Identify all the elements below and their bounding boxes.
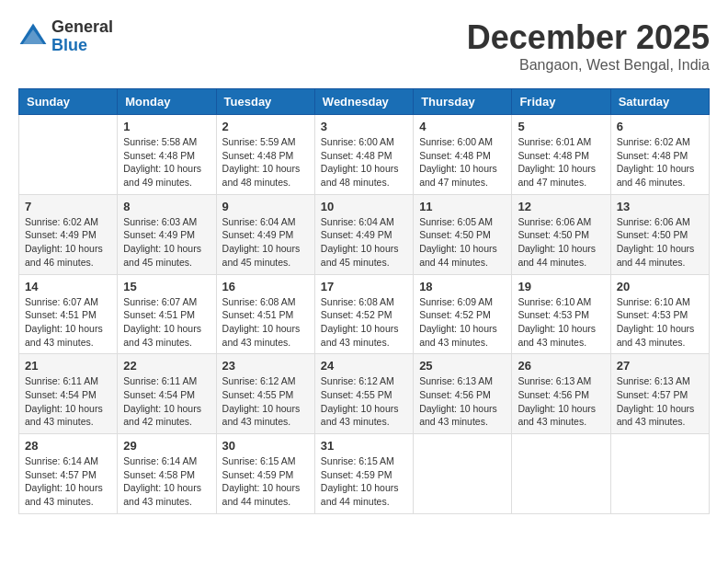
calendar-cell: 9Sunrise: 6:04 AM Sunset: 4:49 PM Daylig…: [216, 194, 314, 274]
day-info: Sunrise: 6:13 AM Sunset: 4:56 PM Dayligh…: [419, 374, 506, 429]
day-info: Sunrise: 6:15 AM Sunset: 4:59 PM Dayligh…: [222, 454, 309, 509]
day-info: Sunrise: 6:07 AM Sunset: 4:51 PM Dayligh…: [25, 295, 111, 350]
calendar-week-row: 28Sunrise: 6:14 AM Sunset: 4:57 PM Dayli…: [19, 434, 710, 514]
logo: General Blue: [18, 18, 113, 55]
day-number: 14: [25, 280, 111, 293]
calendar-cell: 7Sunrise: 6:02 AM Sunset: 4:49 PM Daylig…: [19, 194, 118, 274]
day-number: 7: [25, 200, 111, 213]
day-info: Sunrise: 6:01 AM Sunset: 4:48 PM Dayligh…: [518, 135, 604, 190]
day-info: Sunrise: 6:00 AM Sunset: 4:48 PM Dayligh…: [321, 135, 407, 190]
calendar-cell: 1Sunrise: 5:58 AM Sunset: 4:48 PM Daylig…: [118, 115, 216, 195]
logo-general: General: [51, 18, 113, 37]
day-number: 3: [321, 120, 407, 133]
calendar-cell: 10Sunrise: 6:04 AM Sunset: 4:49 PM Dayli…: [314, 194, 413, 274]
day-info: Sunrise: 6:06 AM Sunset: 4:50 PM Dayligh…: [617, 215, 703, 270]
calendar-day-header: Saturday: [610, 89, 709, 115]
day-info: Sunrise: 6:05 AM Sunset: 4:50 PM Dayligh…: [419, 215, 506, 270]
day-info: Sunrise: 6:08 AM Sunset: 4:51 PM Dayligh…: [222, 295, 309, 350]
calendar-cell: 17Sunrise: 6:08 AM Sunset: 4:52 PM Dayli…: [314, 274, 413, 354]
calendar-day-header: Tuesday: [216, 89, 314, 115]
day-info: Sunrise: 6:09 AM Sunset: 4:52 PM Dayligh…: [419, 295, 506, 350]
day-number: 28: [25, 439, 111, 453]
calendar-cell: 20Sunrise: 6:10 AM Sunset: 4:53 PM Dayli…: [610, 274, 709, 354]
calendar-cell: 18Sunrise: 6:09 AM Sunset: 4:52 PM Dayli…: [414, 274, 512, 354]
calendar-day-header: Thursday: [414, 89, 512, 115]
calendar-cell: 31Sunrise: 6:15 AM Sunset: 4:59 PM Dayli…: [314, 434, 413, 514]
calendar-cell: 30Sunrise: 6:15 AM Sunset: 4:59 PM Dayli…: [216, 434, 314, 514]
day-number: 26: [518, 359, 604, 373]
calendar-day-header: Sunday: [19, 89, 118, 115]
day-number: 13: [617, 200, 703, 213]
calendar-cell: 21Sunrise: 6:11 AM Sunset: 4:54 PM Dayli…: [19, 354, 118, 434]
day-number: 8: [123, 200, 210, 213]
day-number: 12: [518, 200, 604, 213]
calendar-cell: 13Sunrise: 6:06 AM Sunset: 4:50 PM Dayli…: [610, 194, 709, 274]
day-number: 31: [321, 439, 407, 453]
day-number: 19: [518, 280, 604, 293]
calendar-cell: 28Sunrise: 6:14 AM Sunset: 4:57 PM Dayli…: [19, 434, 118, 514]
calendar-week-row: 14Sunrise: 6:07 AM Sunset: 4:51 PM Dayli…: [19, 274, 710, 354]
month-title: December 2025: [467, 18, 710, 57]
day-info: Sunrise: 6:10 AM Sunset: 4:53 PM Dayligh…: [617, 295, 703, 350]
calendar-week-row: 1Sunrise: 5:58 AM Sunset: 4:48 PM Daylig…: [19, 115, 710, 195]
calendar-cell: [414, 434, 512, 514]
calendar-cell: 26Sunrise: 6:13 AM Sunset: 4:56 PM Dayli…: [512, 354, 610, 434]
day-number: 5: [518, 120, 604, 133]
calendar-cell: 29Sunrise: 6:14 AM Sunset: 4:58 PM Dayli…: [118, 434, 216, 514]
day-number: 25: [419, 359, 506, 373]
day-number: 22: [123, 359, 210, 373]
day-info: Sunrise: 6:10 AM Sunset: 4:53 PM Dayligh…: [518, 295, 604, 350]
logo-text: General Blue: [51, 18, 113, 55]
calendar-day-header: Friday: [512, 89, 610, 115]
calendar-cell: 24Sunrise: 6:12 AM Sunset: 4:55 PM Dayli…: [314, 354, 413, 434]
day-number: 29: [123, 439, 210, 453]
day-number: 23: [222, 359, 309, 373]
calendar-cell: [610, 434, 709, 514]
day-number: 16: [222, 280, 309, 293]
calendar-cell: 3Sunrise: 6:00 AM Sunset: 4:48 PM Daylig…: [314, 115, 413, 195]
day-number: 11: [419, 200, 506, 213]
day-number: 9: [222, 200, 309, 213]
calendar-day-header: Wednesday: [314, 89, 413, 115]
location: Bangaon, West Bengal, India: [467, 57, 710, 74]
calendar-cell: 4Sunrise: 6:00 AM Sunset: 4:48 PM Daylig…: [414, 115, 512, 195]
day-info: Sunrise: 5:59 AM Sunset: 4:48 PM Dayligh…: [222, 135, 309, 190]
calendar-cell: 22Sunrise: 6:11 AM Sunset: 4:54 PM Dayli…: [118, 354, 216, 434]
day-info: Sunrise: 6:08 AM Sunset: 4:52 PM Dayligh…: [321, 295, 407, 350]
day-info: Sunrise: 6:00 AM Sunset: 4:48 PM Dayligh…: [419, 135, 506, 190]
calendar-cell: 2Sunrise: 5:59 AM Sunset: 4:48 PM Daylig…: [216, 115, 314, 195]
day-info: Sunrise: 6:13 AM Sunset: 4:57 PM Dayligh…: [617, 374, 703, 429]
day-info: Sunrise: 6:11 AM Sunset: 4:54 PM Dayligh…: [25, 374, 111, 429]
day-number: 24: [321, 359, 407, 373]
calendar-cell: 12Sunrise: 6:06 AM Sunset: 4:50 PM Dayli…: [512, 194, 610, 274]
calendar-cell: 19Sunrise: 6:10 AM Sunset: 4:53 PM Dayli…: [512, 274, 610, 354]
logo-blue: Blue: [51, 37, 113, 55]
day-number: 20: [617, 280, 703, 293]
day-info: Sunrise: 6:15 AM Sunset: 4:59 PM Dayligh…: [321, 454, 407, 509]
logo-icon: [18, 22, 48, 52]
calendar-cell: [19, 115, 118, 195]
calendar-cell: 15Sunrise: 6:07 AM Sunset: 4:51 PM Dayli…: [118, 274, 216, 354]
day-info: Sunrise: 6:06 AM Sunset: 4:50 PM Dayligh…: [518, 215, 604, 270]
page-header: General Blue December 2025 Bangaon, West…: [18, 18, 710, 74]
calendar-cell: 23Sunrise: 6:12 AM Sunset: 4:55 PM Dayli…: [216, 354, 314, 434]
calendar-cell: 5Sunrise: 6:01 AM Sunset: 4:48 PM Daylig…: [512, 115, 610, 195]
day-info: Sunrise: 6:02 AM Sunset: 4:49 PM Dayligh…: [25, 215, 111, 270]
day-info: Sunrise: 6:03 AM Sunset: 4:49 PM Dayligh…: [123, 215, 210, 270]
day-info: Sunrise: 6:04 AM Sunset: 4:49 PM Dayligh…: [222, 215, 309, 270]
calendar-header-row: SundayMondayTuesdayWednesdayThursdayFrid…: [19, 89, 710, 115]
day-info: Sunrise: 6:12 AM Sunset: 4:55 PM Dayligh…: [222, 374, 309, 429]
day-number: 17: [321, 280, 407, 293]
day-number: 27: [617, 359, 703, 373]
calendar-week-row: 7Sunrise: 6:02 AM Sunset: 4:49 PM Daylig…: [19, 194, 710, 274]
calendar-cell: 27Sunrise: 6:13 AM Sunset: 4:57 PM Dayli…: [610, 354, 709, 434]
day-info: Sunrise: 6:14 AM Sunset: 4:58 PM Dayligh…: [123, 454, 210, 509]
calendar-week-row: 21Sunrise: 6:11 AM Sunset: 4:54 PM Dayli…: [19, 354, 710, 434]
calendar-day-header: Monday: [118, 89, 216, 115]
calendar-cell: 14Sunrise: 6:07 AM Sunset: 4:51 PM Dayli…: [19, 274, 118, 354]
day-number: 2: [222, 120, 309, 133]
title-section: December 2025 Bangaon, West Bengal, Indi…: [467, 18, 710, 74]
day-number: 4: [419, 120, 506, 133]
day-number: 1: [123, 120, 210, 133]
calendar-cell: 16Sunrise: 6:08 AM Sunset: 4:51 PM Dayli…: [216, 274, 314, 354]
